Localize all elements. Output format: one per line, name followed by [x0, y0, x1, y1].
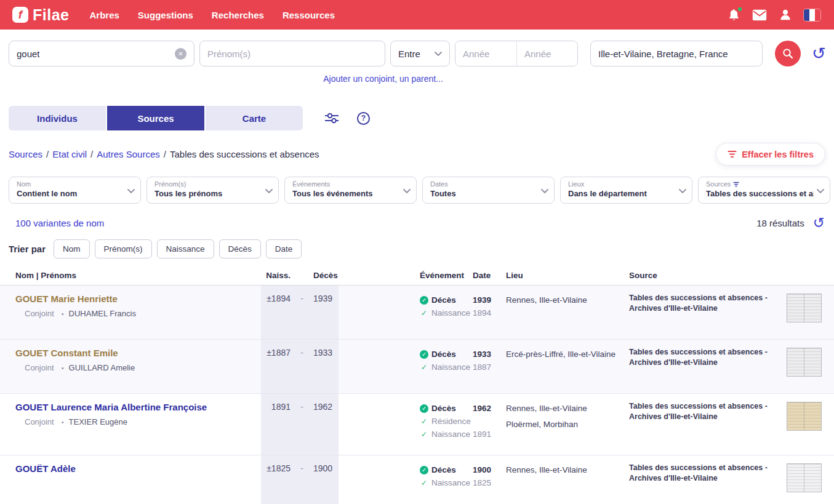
- filter-nom-dropdown[interactable]: Nom Contient le nom: [9, 177, 141, 204]
- search-form: ✕ Entre ↺: [0, 30, 834, 66]
- record-source: Tables des successions et absences - Arc…: [629, 340, 780, 393]
- filae-logo-text: Filae: [33, 6, 69, 24]
- search-button[interactable]: [775, 41, 801, 66]
- chevron-down-icon: [435, 52, 442, 56]
- notification-dot: [737, 6, 743, 12]
- table-row[interactable]: GOUET Constant Emile Conjoint • GUILLARD…: [0, 340, 834, 394]
- filae-logo[interactable]: f Filae: [12, 6, 69, 24]
- relative-name: TEXIER Eugène: [69, 417, 127, 426]
- breadcrumb: Sources / Etat civil / Autres Sources / …: [9, 149, 319, 159]
- check-icon: ✓: [420, 362, 428, 372]
- add-relative-link[interactable]: Ajouter un conjoint, un parent...: [323, 74, 443, 84]
- sort-bar: Trier par Nom Prénom(s) Naissance Décès …: [0, 239, 834, 258]
- event-dates: 1900 1825: [473, 455, 501, 504]
- nav-item-ressources[interactable]: Ressources: [283, 10, 335, 20]
- account-person-icon[interactable]: [779, 8, 792, 22]
- relative-line: Conjoint • TEXIER Eugène: [15, 417, 261, 426]
- place-field: [590, 41, 763, 66]
- filter-evenements-dropdown[interactable]: Événements Tous les événements: [284, 177, 417, 204]
- clear-input-icon[interactable]: ✕: [175, 48, 186, 60]
- person-name-link[interactable]: GOUET Constant Emile: [15, 348, 261, 358]
- tab-carte[interactable]: Carte: [206, 106, 303, 130]
- check-circle-icon: ✓: [420, 404, 428, 413]
- check-icon: ✓: [420, 430, 428, 439]
- sort-button-deces[interactable]: Décès: [219, 239, 261, 258]
- birth-year: ±1894: [263, 294, 291, 339]
- filter-sources-dropdown[interactable]: Sources Tables des successions et ab...: [698, 177, 830, 204]
- record-thumbnail[interactable]: [787, 463, 822, 492]
- tab-sources[interactable]: Sources: [107, 106, 204, 130]
- sort-button-nom[interactable]: Nom: [54, 239, 90, 258]
- record-thumbnail[interactable]: [787, 402, 822, 431]
- range-dash: -: [291, 402, 313, 455]
- sort-button-naissance[interactable]: Naissance: [157, 239, 214, 258]
- event-places: Rennes, Ille-et-Vilaine: [506, 455, 628, 504]
- year-to-input[interactable]: [516, 41, 577, 66]
- breadcrumb-autres-sources[interactable]: Autres Sources: [97, 149, 160, 159]
- check-icon: ✓: [420, 478, 428, 487]
- breadcrumb-separator: /: [164, 149, 166, 159]
- results-tabs: Individus Sources Carte ?: [0, 106, 834, 130]
- name-variants-link[interactable]: 100 variantes de nom: [15, 218, 104, 228]
- breadcrumb-separator: /: [46, 149, 49, 159]
- filter-value: Tous les événements: [292, 189, 400, 198]
- filter-value: Tous les prénoms: [154, 189, 262, 198]
- person-name-link[interactable]: GOUET Laurence Maria Albertine Françoise: [15, 402, 261, 412]
- tab-individus[interactable]: Individus: [9, 106, 106, 130]
- clear-filters-button[interactable]: Effacer les filtres: [716, 143, 825, 166]
- table-row[interactable]: GOUET Marie Henriette Conjoint • DUHAMEL…: [0, 286, 834, 340]
- event-dates: 1933 1887: [473, 340, 501, 393]
- search-history-icon[interactable]: ↺: [813, 216, 825, 230]
- table-row[interactable]: GOUET Laurence Maria Albertine Françoise…: [0, 394, 834, 455]
- year-from-input[interactable]: [455, 41, 516, 66]
- nav-item-arbres[interactable]: Arbres: [89, 10, 119, 20]
- event-list: ✓Décès ✓Naissance: [420, 340, 473, 393]
- breadcrumb-etat-civil[interactable]: Etat civil: [52, 149, 87, 159]
- record-source: Tables des successions et absences - Arc…: [629, 286, 780, 339]
- nav-item-recherches[interactable]: Recherches: [212, 10, 264, 20]
- person-name-link[interactable]: GOUËT Adèle: [15, 463, 261, 474]
- event-places: Ercé-près-Liffré, Ille-et-Vilaine: [506, 340, 628, 393]
- last-name-field: ✕: [9, 41, 194, 66]
- check-icon: ✓: [420, 417, 428, 426]
- notifications-bell-icon[interactable]: [728, 8, 740, 22]
- range-dash: -: [291, 348, 313, 393]
- table-header-row: Nom | Prénoms Naiss. Décès Événement Dat…: [0, 268, 834, 286]
- sort-button-date[interactable]: Date: [266, 239, 302, 258]
- help-icon[interactable]: ?: [357, 112, 370, 125]
- first-name-input[interactable]: [207, 49, 377, 59]
- filter-prenoms-dropdown[interactable]: Prénom(s) Tous les prénoms: [146, 177, 279, 204]
- relation-label: Conjoint: [25, 363, 54, 372]
- filter-lieux-dropdown[interactable]: Lieux Dans le département: [560, 177, 692, 204]
- relative-line: Conjoint • GUILLARD Amelie: [15, 363, 261, 372]
- messages-envelope-icon[interactable]: [752, 9, 767, 21]
- search-icon: [782, 48, 793, 59]
- record-thumbnail[interactable]: [787, 348, 822, 377]
- date-operator-select[interactable]: Entre: [390, 41, 450, 66]
- filter-settings-icon[interactable]: [325, 112, 339, 124]
- death-year: 1933: [313, 348, 339, 393]
- mini-funnel-icon: [733, 182, 739, 187]
- record-source: Tables des successions et absences - Arc…: [629, 455, 780, 504]
- date-operator-value: Entre: [398, 49, 420, 59]
- relative-name: GUILLARD Amelie: [69, 363, 135, 372]
- place-input[interactable]: [598, 49, 755, 59]
- table-row[interactable]: GOUËT Adèle ±1825 - 1900 ✓Décès ✓Naissan…: [0, 455, 834, 504]
- filter-dates-dropdown[interactable]: Dates Toutes: [422, 177, 555, 204]
- check-circle-icon: ✓: [420, 296, 428, 305]
- nav-item-suggestions[interactable]: Suggestions: [138, 10, 193, 20]
- breadcrumb-sources[interactable]: Sources: [9, 149, 42, 159]
- chevron-down-icon: [403, 189, 411, 193]
- check-circle-icon: ✓: [420, 350, 428, 359]
- record-thumbnail[interactable]: [787, 294, 822, 322]
- reset-search-icon[interactable]: ↺: [812, 46, 826, 62]
- french-flag-icon[interactable]: [804, 9, 820, 21]
- range-dash: -: [291, 463, 313, 504]
- column-header-source: Source: [629, 271, 780, 280]
- filters-bar: Nom Contient le nom Prénom(s) Tous les p…: [0, 177, 834, 204]
- birth-death-range: 1891 - 1962: [261, 394, 339, 455]
- last-name-input[interactable]: [17, 49, 171, 59]
- event-dates: 1939 1894: [473, 286, 501, 339]
- person-name-link[interactable]: GOUET Marie Henriette: [15, 294, 261, 304]
- sort-button-prenoms[interactable]: Prénom(s): [95, 239, 152, 258]
